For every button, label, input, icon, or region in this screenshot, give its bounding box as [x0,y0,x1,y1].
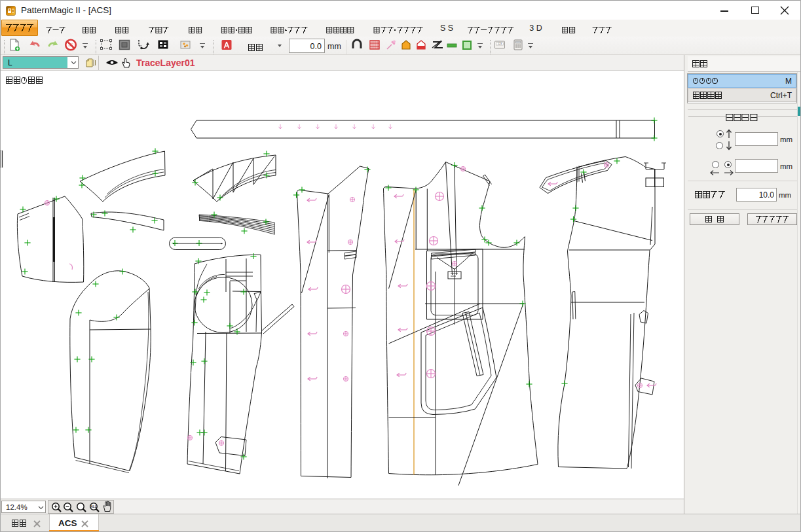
svg-text:ALL: ALL [91,505,97,508]
svg-text:123: 123 [498,43,502,45]
